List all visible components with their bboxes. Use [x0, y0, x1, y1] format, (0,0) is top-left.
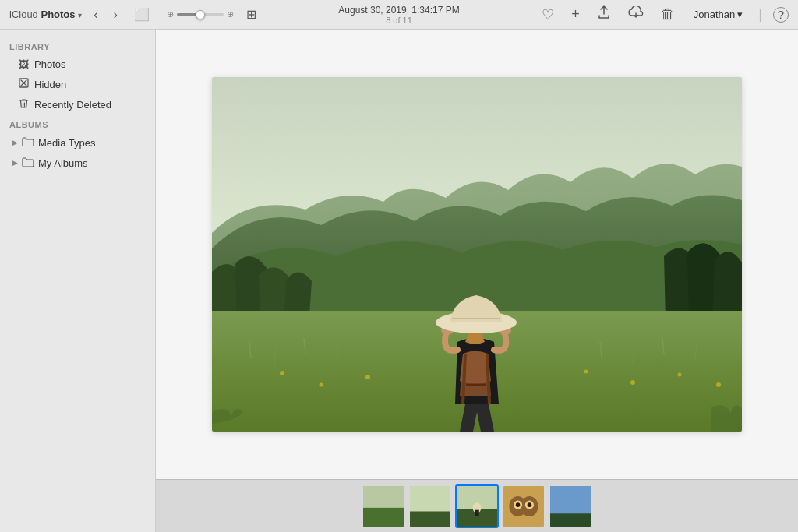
albums-section-label: Albums [0, 115, 155, 132]
svg-rect-39 [550, 486, 591, 513]
svg-rect-26 [410, 486, 450, 512]
svg-rect-24 [363, 486, 404, 508]
media-types-folder-icon [22, 136, 34, 149]
share-button[interactable] [594, 4, 614, 25]
cloud-icon [628, 6, 644, 22]
filmstrip-thumb-4[interactable] [502, 484, 546, 528]
sidebar-group-media-types-label: Media Types [38, 137, 95, 149]
titlebar-center: August 30, 2019, 1:34:17 PM 8 of 11 [338, 5, 459, 25]
main-layout: Library 🖼 Photos Hidden Recently Deleted… [0, 30, 798, 532]
library-section-label: Library [0, 37, 155, 55]
sidebar-item-hidden[interactable]: Hidden [3, 75, 152, 93]
zoom-control: ⊕ ⊕ [167, 9, 234, 19]
user-menu[interactable]: Jonathan ▾ [689, 7, 748, 22]
photos-icon: 🖼 [19, 58, 29, 70]
filmstrip-thumb-3[interactable] [455, 484, 499, 528]
add-button[interactable]: + [568, 5, 583, 24]
svg-point-37 [528, 502, 532, 507]
add-icon: + [571, 6, 580, 22]
user-name: Jonathan [694, 9, 736, 20]
share-icon [597, 7, 611, 23]
forward-button[interactable]: › [110, 6, 122, 23]
back-button[interactable]: ‹ [90, 6, 101, 23]
main-photo [212, 77, 742, 432]
app-title: iCloud Photos ▾ [9, 9, 82, 20]
photo-container [212, 77, 742, 432]
app-chevron-icon: ▾ [78, 11, 82, 19]
filmstrip-thumb-2[interactable] [408, 484, 452, 528]
titlebar: iCloud Photos ▾ ‹ › ⬜ ⊕ ⊕ ⊞ August 30, 2… [0, 0, 798, 30]
sidebar-group-media-types[interactable]: ▶ Media Types [3, 133, 152, 152]
zoom-small-icon: ⊕ [167, 9, 174, 19]
zoom-large-icon: ⊕ [227, 9, 234, 19]
delete-button[interactable]: 🗑 [658, 5, 678, 24]
filmstrip-thumb-1[interactable] [362, 484, 405, 528]
icloud-download-button[interactable] [625, 5, 647, 24]
my-albums-folder-icon [22, 157, 34, 169]
help-icon: ? [778, 8, 784, 21]
separator: | [758, 6, 762, 23]
svg-point-17 [716, 382, 721, 387]
svg-point-16 [678, 373, 682, 377]
filmstrip [156, 479, 798, 532]
svg-point-36 [516, 502, 521, 507]
trash-icon: 🗑 [661, 6, 675, 22]
hidden-icon [19, 78, 29, 90]
sidebar-item-photos[interactable]: 🖼 Photos [3, 55, 152, 73]
grid-icon: ⊞ [246, 8, 256, 21]
recently-deleted-icon [19, 98, 29, 111]
user-menu-chevron-icon: ▾ [737, 9, 743, 20]
my-albums-arrow-icon: ▶ [12, 159, 18, 167]
svg-point-13 [365, 375, 370, 379]
photo-date: August 30, 2019, 1:34:17 PM [338, 5, 459, 16]
favorite-button[interactable]: ♡ [538, 5, 557, 25]
sidebar-item-recently-deleted[interactable]: Recently Deleted [3, 95, 152, 115]
heart-icon: ♡ [542, 7, 554, 23]
media-types-arrow-icon: ▶ [12, 139, 18, 146]
filmstrip-thumb-5[interactable] [549, 484, 592, 528]
sidebar-group-my-albums[interactable]: ▶ My Albums [3, 153, 152, 172]
sidebar-icon: ⬜ [134, 8, 150, 21]
help-button[interactable]: ? [773, 7, 789, 23]
app-brand: iCloud [9, 9, 38, 20]
svg-point-12 [320, 383, 323, 387]
photo-count: 8 of 11 [338, 16, 459, 25]
svg-point-15 [630, 380, 635, 385]
sidebar-item-hidden-label: Hidden [34, 79, 66, 90]
sidebar-group-my-albums-label: My Albums [38, 157, 88, 169]
zoom-slider[interactable] [177, 13, 224, 16]
svg-point-14 [584, 370, 588, 374]
titlebar-right: ♡ + 🗑 Jonathan ▾ | [538, 4, 789, 25]
titlebar-left: iCloud Photos ▾ ‹ › ⬜ ⊕ ⊕ ⊞ [9, 5, 261, 23]
sidebar-item-recently-deleted-label: Recently Deleted [34, 99, 111, 111]
photo-viewer [156, 30, 798, 479]
app-section: Photos [41, 9, 75, 20]
svg-rect-30 [475, 509, 479, 515]
sidebar: Library 🖼 Photos Hidden Recently Deleted… [0, 30, 156, 532]
svg-point-11 [280, 371, 284, 375]
sidebar-toggle-button[interactable]: ⬜ [129, 5, 154, 23]
photo-content [156, 30, 798, 532]
view-mode-button[interactable]: ⊞ [242, 5, 261, 23]
sidebar-item-photos-label: Photos [34, 58, 65, 70]
